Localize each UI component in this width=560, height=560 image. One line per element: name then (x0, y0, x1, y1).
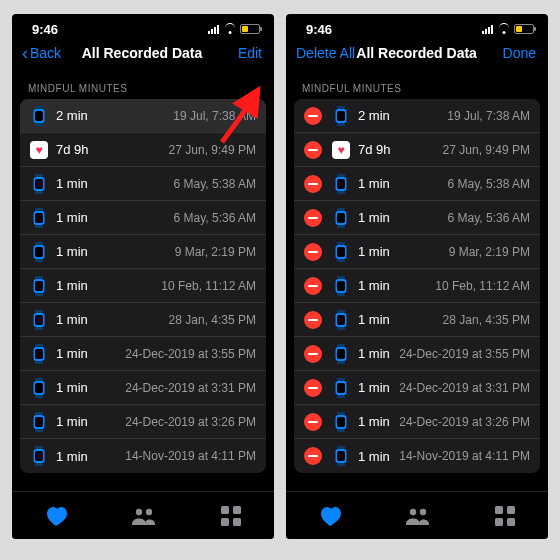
nav-left-label: Back (30, 45, 61, 61)
list-row[interactable]: 1 min9 Mar, 2:19 PM (20, 235, 266, 269)
list-row[interactable]: 1 min10 Feb, 11:12 AM (294, 269, 540, 303)
svg-rect-83 (337, 463, 345, 466)
row-timestamp: 6 May, 5:36 AM (448, 211, 530, 225)
list-row[interactable]: 1 min10 Feb, 11:12 AM (20, 269, 266, 303)
delete-row-icon[interactable] (304, 209, 322, 227)
list-row[interactable]: 1 min6 May, 5:36 AM (20, 201, 266, 235)
list-row[interactable]: 1 min6 May, 5:38 AM (20, 167, 266, 201)
list-row[interactable]: 1 min6 May, 5:38 AM (294, 167, 540, 201)
watch-icon (30, 106, 48, 126)
list-row[interactable]: 1 min14-Nov-2019 at 4:11 PM (20, 439, 266, 473)
svg-rect-16 (35, 276, 43, 279)
delete-row-icon[interactable] (304, 413, 322, 431)
delete-row-icon[interactable] (304, 141, 322, 159)
watch-icon (30, 310, 48, 330)
list-row[interactable]: 1 min24-Dec-2019 at 3:55 PM (294, 337, 540, 371)
svg-rect-89 (507, 506, 515, 514)
watch-icon (30, 276, 48, 296)
delete-row-icon[interactable] (304, 175, 322, 193)
row-duration: 1 min (56, 244, 88, 259)
row-timestamp: 27 Jun, 9:49 PM (443, 143, 530, 157)
delete-row-icon[interactable] (304, 345, 322, 363)
list-row[interactable]: 1 min24-Dec-2019 at 3:55 PM (20, 337, 266, 371)
delete-row-icon[interactable] (304, 447, 322, 465)
status-bar: 9:46 (12, 14, 274, 40)
list-row[interactable]: 2 min19 Jul, 7:38 AM (294, 99, 540, 133)
row-timestamp: 14-Nov-2019 at 4:11 PM (399, 449, 530, 463)
svg-rect-4 (35, 174, 43, 177)
svg-rect-77 (337, 383, 345, 393)
svg-rect-28 (35, 378, 43, 381)
svg-rect-75 (337, 395, 345, 398)
list-row[interactable]: 1 min24-Dec-2019 at 3:31 PM (294, 371, 540, 405)
row-duration: 1 min (56, 278, 88, 293)
svg-rect-36 (35, 446, 43, 449)
delete-row-icon[interactable] (304, 379, 322, 397)
watch-icon (332, 412, 350, 432)
svg-rect-85 (337, 451, 345, 461)
tab-sharing[interactable] (131, 506, 157, 526)
watch-icon (30, 208, 48, 228)
status-icons (482, 24, 534, 34)
svg-rect-67 (337, 327, 345, 330)
list-row[interactable]: 1 min24-Dec-2019 at 3:26 PM (20, 405, 266, 439)
nav-left-button[interactable]: Delete All (296, 45, 355, 61)
watch-icon (30, 412, 48, 432)
list-row[interactable]: 1 min6 May, 5:36 AM (294, 201, 540, 235)
list-row[interactable]: ♥7d 9h27 Jun, 9:49 PM (20, 133, 266, 167)
row-duration: 1 min (358, 414, 390, 429)
list-row[interactable]: 1 min24-Dec-2019 at 3:31 PM (20, 371, 266, 405)
list-row[interactable]: 1 min28 Jan, 4:35 PM (20, 303, 266, 337)
row-timestamp: 24-Dec-2019 at 3:55 PM (399, 347, 530, 361)
list-row[interactable]: ♥7d 9h27 Jun, 9:49 PM (294, 133, 540, 167)
row-duration: 2 min (358, 108, 390, 123)
tab-summary[interactable] (318, 505, 342, 527)
status-time: 9:46 (306, 22, 332, 37)
nav-title: All Recorded Data (80, 45, 204, 61)
svg-rect-78 (337, 412, 345, 415)
row-timestamp: 24-Dec-2019 at 3:55 PM (125, 347, 256, 361)
list-row[interactable]: 1 min9 Mar, 2:19 PM (294, 235, 540, 269)
nav-right-button[interactable]: Done (478, 45, 536, 61)
nav-right-button[interactable]: Edit (204, 45, 262, 61)
row-duration: 1 min (56, 176, 88, 191)
row-timestamp: 27 Jun, 9:49 PM (169, 143, 256, 157)
delete-row-icon[interactable] (304, 107, 322, 125)
tab-bar (286, 491, 548, 539)
row-timestamp: 14-Nov-2019 at 4:11 PM (125, 449, 256, 463)
svg-rect-35 (35, 417, 43, 427)
watch-icon (332, 276, 350, 296)
svg-rect-25 (35, 361, 43, 364)
tab-sharing[interactable] (405, 506, 431, 526)
section-header: MINDFUL MINUTES (286, 69, 548, 99)
svg-rect-55 (337, 225, 345, 228)
tab-browse[interactable] (220, 505, 242, 527)
row-duration: 1 min (358, 346, 390, 361)
svg-rect-33 (35, 429, 43, 432)
svg-rect-50 (337, 174, 345, 177)
row-duration: 1 min (358, 449, 390, 464)
row-duration: 1 min (358, 312, 390, 327)
delete-row-icon[interactable] (304, 277, 322, 295)
nav-left-button[interactable]: ‹ Back (22, 45, 80, 61)
list-row[interactable]: 1 min28 Jan, 4:35 PM (294, 303, 540, 337)
list-row[interactable]: 1 min14-Nov-2019 at 4:11 PM (294, 439, 540, 473)
watch-icon (332, 242, 350, 262)
watch-icon (332, 106, 350, 126)
tab-summary[interactable] (44, 505, 68, 527)
svg-rect-49 (337, 111, 345, 121)
svg-point-40 (136, 508, 142, 514)
delete-row-icon[interactable] (304, 311, 322, 329)
list-row[interactable]: 1 min24-Dec-2019 at 3:26 PM (294, 405, 540, 439)
row-duration: 1 min (358, 244, 390, 259)
svg-rect-90 (495, 518, 503, 526)
delete-row-icon[interactable] (304, 243, 322, 261)
row-timestamp: 10 Feb, 11:12 AM (161, 279, 256, 293)
svg-rect-69 (337, 315, 345, 325)
watch-icon (30, 344, 48, 364)
svg-rect-3 (35, 111, 43, 121)
battery-icon (514, 24, 534, 34)
svg-rect-9 (35, 225, 43, 228)
tab-browse[interactable] (494, 505, 516, 527)
list-row[interactable]: 2 min19 Jul, 7:38 AM (20, 99, 266, 133)
